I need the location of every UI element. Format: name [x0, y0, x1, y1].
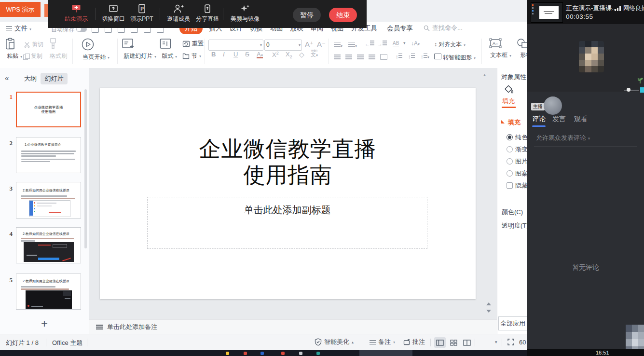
add-slide-button[interactable]: + — [37, 316, 52, 331]
increase-indent-button[interactable]: → — [377, 41, 387, 47]
notes-bar[interactable]: 单击此处添加备注 — [89, 319, 497, 334]
align-text-button[interactable]: ↕ 对齐文本 ▾ — [434, 41, 466, 49]
font-size-combo[interactable]: ▾ — [264, 40, 302, 51]
play-dropdown[interactable]: ▾ — [495, 340, 497, 344]
invite-member-button[interactable]: 邀请成员 — [163, 3, 194, 23]
object-properties-dropdown[interactable]: 对象属性 ▾ — [501, 73, 530, 82]
font-family-combo[interactable]: ▾ — [208, 40, 263, 51]
line-spacing-button[interactable]: ↕▾ — [421, 53, 429, 59]
format-painter-button[interactable]: 格式刷 — [48, 38, 69, 60]
decrease-font-button[interactable]: A⁻ — [317, 40, 326, 49]
collapse-ribbon-arrow[interactable]: ▴ — [483, 72, 486, 77]
char-spacing-button[interactable]: AB — [393, 41, 399, 46]
align-center-button[interactable] — [345, 54, 352, 61]
slide-thumbnail-1[interactable]: 企业微信教学直播 使用指南 — [16, 92, 81, 127]
reading-view-icon — [463, 340, 471, 346]
apply-all-button[interactable]: 全部应用 — [498, 316, 527, 330]
end-presentation-button[interactable]: 结束演示 — [61, 3, 92, 23]
radio-gradient-fill[interactable] — [507, 146, 513, 152]
clear-format-button[interactable]: ◇ — [299, 51, 304, 58]
file-menu[interactable]: 文件 ▾ — [6, 23, 31, 34]
section-button[interactable]: 节 ▾ — [182, 52, 201, 60]
notes-toggle[interactable]: 备注▾ — [370, 338, 395, 346]
superscript-button[interactable]: X2 — [272, 51, 279, 58]
beauty-mirror-button[interactable]: 美颜与镜像 — [228, 3, 262, 23]
previous-slide-button[interactable] — [486, 302, 491, 305]
start-from-current-button[interactable]: 当页开始 ▾ — [81, 38, 111, 61]
para-spacing-button[interactable]: ↕ — [408, 53, 415, 59]
panel-scrollbar[interactable] — [84, 89, 87, 248]
underline-button[interactable]: U — [233, 51, 238, 58]
slide-thumbnail-4[interactable]: 2.教师如何用企业微信在线授课 — [16, 227, 81, 263]
slide-editor[interactable]: 企业微信教学直播 使用指南 单击此处添加副标题 — [100, 88, 476, 299]
slide-thumbnail-5[interactable]: 2.教师如何用企业微信在线授课 — [16, 274, 81, 310]
tab-slides[interactable]: 幻灯片 — [41, 73, 68, 84]
volume-slider-knob[interactable] — [627, 88, 630, 92]
allow-comments-dropdown[interactable]: 允许观众发表评论 ▾ — [536, 134, 590, 142]
decrease-indent-button[interactable]: ← — [365, 41, 374, 47]
hamburger-icon — [6, 26, 12, 30]
distribute-button[interactable] — [380, 54, 387, 61]
tab-outline[interactable]: 大纲 — [21, 73, 40, 84]
char-spacing-caret[interactable]: ▾ — [403, 41, 406, 45]
view-sorter-button[interactable] — [448, 337, 459, 348]
smart-beautify-button[interactable]: 智能美化▴ — [315, 338, 354, 346]
view-normal-button[interactable] — [434, 337, 446, 348]
align-right-button[interactable] — [357, 54, 364, 61]
subtitle-placeholder[interactable]: 单击此处添加副标题 — [147, 197, 427, 249]
justify-button[interactable] — [369, 54, 375, 61]
reset-button[interactable]: 重置 — [182, 40, 204, 48]
new-slide-button[interactable]: 新建幻灯片 ▾ — [122, 38, 158, 60]
fit-screen-icon[interactable] — [507, 339, 514, 345]
cut-button[interactable]: 剪切 — [24, 41, 43, 49]
italic-button[interactable]: I — [223, 51, 225, 58]
smart-graphic-button[interactable]: 转智能图形 ▾ — [434, 54, 476, 62]
bold-button[interactable]: B — [211, 51, 216, 58]
numbered-list-button[interactable]: ▾ — [348, 41, 357, 49]
volume-slider[interactable] — [624, 90, 639, 91]
tab-live-speak[interactable]: 发言 — [552, 115, 566, 123]
share-live-button[interactable]: 分享直播 — [194, 3, 221, 23]
end-stream-button[interactable]: 结束 — [329, 8, 357, 22]
radio-pattern-fill[interactable] — [507, 170, 513, 177]
thumb-screenshot-dark — [24, 242, 74, 262]
text-direction-button[interactable]: ↓A▾ — [411, 40, 420, 47]
increase-font-button[interactable]: A⁺ — [305, 40, 314, 49]
view-reading-button[interactable] — [461, 337, 473, 348]
phonetic-guide-button[interactable]: wén 文▾ — [311, 49, 318, 57]
font-color-button[interactable]: A▾ — [257, 51, 263, 58]
share-live-icon — [203, 3, 212, 14]
bullet-list-button[interactable]: ▾ — [334, 41, 343, 49]
pause-stream-button[interactable]: 暂停 — [293, 8, 321, 22]
collapse-panel-button[interactable]: « — [5, 74, 9, 82]
layout-button[interactable]: 版式 ▾ — [159, 38, 179, 60]
paste-button[interactable]: 粘贴 ▾ — [5, 38, 24, 60]
textbox-button[interactable]: A= 文本框 ▾ — [489, 38, 512, 59]
radio-picture-fill[interactable] — [507, 158, 513, 164]
next-slide-button[interactable] — [486, 310, 491, 313]
tab-membership[interactable]: 会员专享 — [386, 23, 414, 34]
hide-background-checkbox[interactable] — [507, 182, 513, 189]
line-spacing-up-button[interactable]: ↕ — [396, 53, 402, 59]
slide-thumbnail-2[interactable]: 1.企业微信教学直播简介 — [16, 137, 81, 173]
copy-button[interactable]: 复制 — [23, 52, 42, 60]
font-size-input[interactable] — [265, 40, 297, 49]
taskbar-active-app[interactable] — [359, 350, 412, 356]
fill-tab[interactable]: 填充 — [502, 97, 515, 106]
tab-live-watch[interactable]: 观看 — [574, 115, 588, 123]
fill-section-header[interactable]: 填充 — [508, 118, 521, 127]
present-ppt-button[interactable]: P 演示PPT — [129, 3, 154, 23]
slide-title[interactable]: 企业微信教学直播 使用指南 — [100, 136, 476, 188]
font-family-input[interactable] — [209, 40, 258, 49]
align-left-button[interactable] — [334, 54, 341, 61]
tab-live-comments[interactable]: 评论 — [532, 115, 546, 123]
strikethrough-button[interactable]: S — [245, 51, 249, 58]
switch-window-button[interactable]: 切换窗口 — [98, 3, 129, 23]
radio-solid-fill[interactable] — [507, 134, 513, 140]
command-search[interactable]: 查找命令... — [424, 24, 463, 32]
comments-button[interactable]: 批注 — [403, 338, 425, 346]
subscript-button[interactable]: X2 — [286, 51, 292, 59]
stream-thumbnail[interactable] — [531, 2, 563, 23]
wps-logo-tab[interactable]: WPS 演示 — [0, 2, 41, 17]
slide-thumbnail-3[interactable]: 2.教师如何用企业微信在线授课 — [16, 182, 81, 219]
